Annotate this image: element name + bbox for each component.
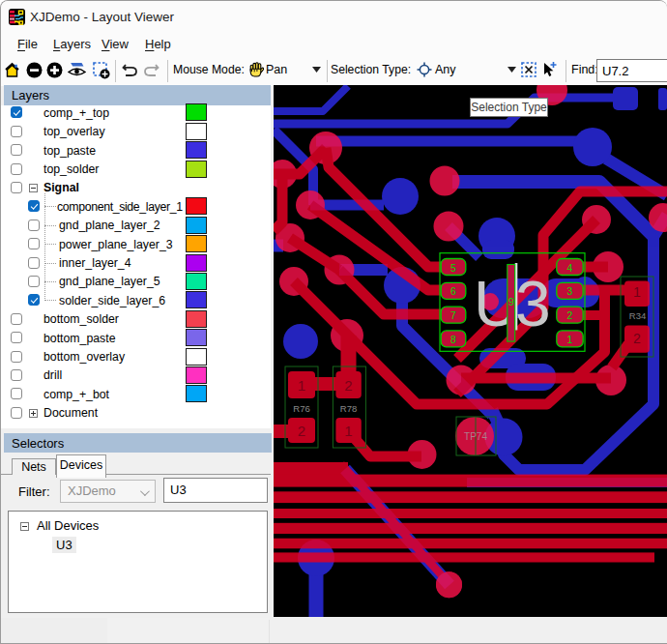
svg-text:R34: R34 bbox=[629, 310, 646, 321]
svg-text:5: 5 bbox=[450, 262, 456, 274]
svg-text:4: 4 bbox=[567, 262, 573, 274]
svg-text:2: 2 bbox=[344, 377, 352, 394]
svg-text:1: 1 bbox=[567, 334, 573, 345]
svg-text:2: 2 bbox=[567, 309, 573, 321]
svg-text:R76: R76 bbox=[293, 403, 309, 414]
svg-text:R78: R78 bbox=[340, 403, 357, 414]
svg-text:2: 2 bbox=[633, 331, 641, 346]
svg-text:3: 3 bbox=[567, 285, 573, 297]
svg-text:1: 1 bbox=[633, 284, 641, 300]
svg-text:7: 7 bbox=[450, 309, 456, 321]
svg-text:TP74: TP74 bbox=[464, 431, 487, 442]
svg-text:1: 1 bbox=[298, 377, 305, 394]
svg-text:6: 6 bbox=[450, 285, 456, 297]
svg-text:1: 1 bbox=[344, 423, 352, 439]
svg-text:9: 9 bbox=[508, 296, 514, 307]
svg-text:2: 2 bbox=[298, 423, 305, 439]
svg-text:8: 8 bbox=[450, 334, 456, 345]
